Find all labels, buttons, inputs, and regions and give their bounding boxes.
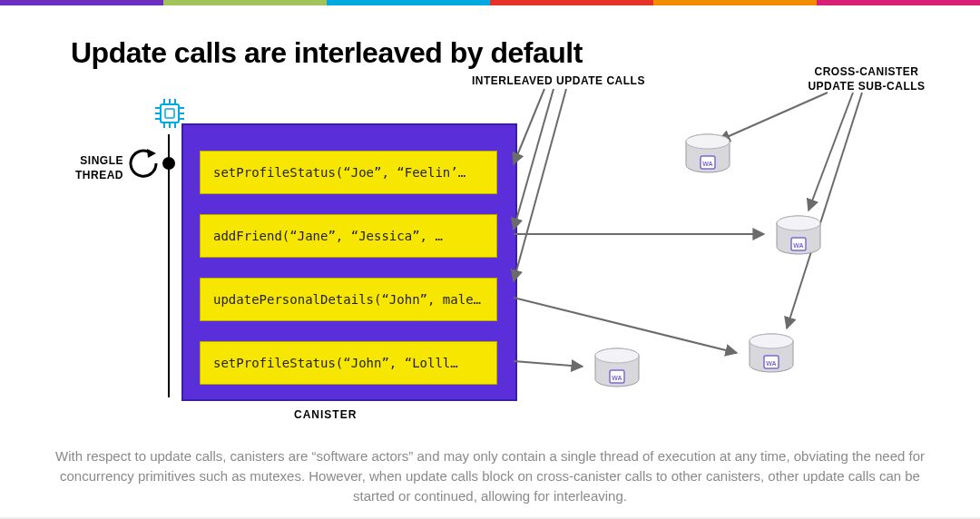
canister-db-icon-4: WA (590, 343, 644, 397)
svg-line-16 (514, 89, 554, 230)
canister-db-icon-1: WA (681, 129, 735, 183)
canister-db-icon-2: WA (771, 211, 826, 265)
label-interleaved-calls: INTERLEAVED UPDATE CALLS (472, 74, 645, 89)
svg-text:WA: WA (702, 161, 712, 167)
call-box-4: setProfileStatus(“John”, “Lolll… (200, 341, 497, 385)
svg-marker-14 (147, 149, 156, 158)
svg-text:WA: WA (793, 242, 803, 249)
thread-timeline-line (168, 134, 170, 397)
svg-point-37 (595, 348, 639, 363)
svg-point-33 (750, 334, 793, 348)
call-box-2: addFriend(“Jane”, “Jessica”, … (200, 214, 497, 258)
svg-line-18 (719, 93, 828, 141)
svg-point-29 (777, 216, 820, 230)
loop-arrow-icon (127, 147, 160, 180)
svg-line-19 (808, 93, 853, 211)
processor-chip-icon (154, 98, 185, 132)
slide-description: With respect to update calls, canisters … (54, 446, 926, 505)
label-cross-canister-calls: CROSS-CANISTER UPDATE SUB-CALLS (789, 65, 944, 93)
svg-line-17 (514, 89, 566, 281)
thread-dot-icon (162, 157, 175, 170)
svg-line-15 (514, 89, 544, 164)
slide-title: Update calls are interleaved by default (71, 36, 583, 70)
svg-text:WA: WA (766, 360, 776, 367)
svg-line-23 (514, 361, 583, 367)
call-box-3: updatePersonalDetails(“John”, male… (200, 278, 497, 321)
label-canister: CANISTER (294, 408, 357, 421)
label-single-thread: SINGLE THREAD (69, 153, 123, 182)
svg-rect-0 (161, 104, 179, 122)
svg-text:WA: WA (612, 375, 622, 381)
svg-rect-1 (165, 109, 174, 118)
canister-db-icon-3: WA (744, 328, 799, 383)
canister-container: setProfileStatus(“Joe”, “Feelin’… addFri… (181, 123, 517, 401)
top-color-bar (0, 0, 980, 5)
call-box-1: setProfileStatus(“Joe”, “Feelin’… (200, 151, 497, 194)
svg-point-25 (686, 134, 730, 149)
